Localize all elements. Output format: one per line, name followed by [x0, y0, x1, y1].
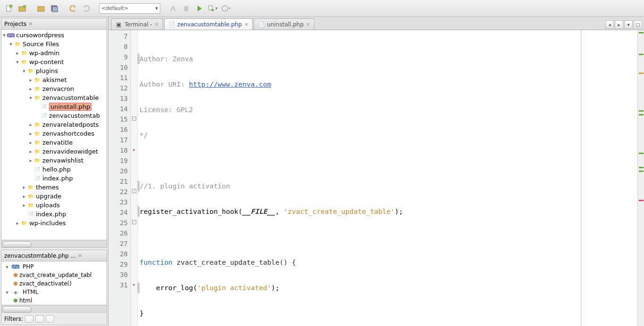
- tree-wp-admin[interactable]: ▸📁wp-admin: [1, 49, 107, 57]
- tree-zenvacustomtable[interactable]: ▾📁zenvacustomtable: [1, 93, 107, 102]
- filter-chip-2[interactable]: [35, 315, 44, 323]
- error-arrow-icon: ▸: [132, 282, 135, 287]
- left-panels: Projects × ▾phpcursowordpress ▾📁Source F…: [0, 17, 108, 326]
- terminal-icon: ▣: [116, 21, 122, 28]
- tree-zenvavideowidget[interactable]: ▸📁zenvavideowidget: [1, 147, 107, 156]
- nav-hscroll[interactable]: [1, 305, 107, 312]
- tree-wp-content[interactable]: ▾📁wp-content: [1, 57, 107, 66]
- filters-bar: Filters:: [1, 312, 107, 325]
- svg-rect-8: [209, 6, 212, 10]
- tree-zenvarelatedposts[interactable]: ▸📁zenvarelatedposts: [1, 120, 107, 129]
- svg-rect-4: [38, 7, 44, 11]
- line-gutter[interactable]: 7891011121314151617181920212223242526272…: [108, 30, 131, 326]
- svg-rect-3: [23, 5, 26, 8]
- tab-uninstall[interactable]: 📄 uninstall.php ×: [254, 18, 314, 30]
- filter-chip-3[interactable]: [46, 315, 54, 323]
- tree-uploads[interactable]: ▸📁uploads: [1, 201, 107, 210]
- tree-zenvatitle[interactable]: ▸📁zenvatitle: [1, 138, 107, 147]
- nav-fn1[interactable]: zvact_create_update_tabl: [1, 271, 107, 279]
- clean-icon[interactable]: [180, 2, 192, 15]
- fold-toggle-icon[interactable]: -: [132, 116, 136, 121]
- tree-wp-includes[interactable]: ▸📁wp-includes: [1, 219, 107, 228]
- filter-chip-1[interactable]: [25, 315, 33, 323]
- tree-uninstall-php[interactable]: 📄uninstall.php: [1, 102, 107, 111]
- main-area: Projects × ▾phpcursowordpress ▾📁Source F…: [0, 17, 644, 326]
- svg-rect-1: [9, 5, 12, 8]
- method-icon: [14, 282, 17, 285]
- nav-html-item[interactable]: html: [1, 296, 107, 305]
- new-project-icon[interactable]: [16, 2, 28, 15]
- new-file-icon[interactable]: [3, 2, 15, 15]
- main-toolbar: <default> ▾ ▾ ▾: [0, 0, 644, 17]
- navigator-tab-label: zenvacustomtable.php ...: [4, 253, 76, 259]
- tree-hello-php[interactable]: 📄hello.php: [1, 165, 107, 174]
- nav-php[interactable]: ▾phpPHP: [1, 262, 107, 271]
- project-tree[interactable]: ▾phpcursowordpress ▾📁Source Files ▸📁wp-a…: [1, 30, 107, 240]
- php-file-icon: 📄: [258, 21, 264, 28]
- tab-maximize-icon[interactable]: ▢: [634, 20, 642, 29]
- tab-next-icon[interactable]: ▸: [615, 20, 623, 29]
- author-uri-link[interactable]: http://www.zenva.com: [189, 81, 272, 88]
- tab-prev-icon[interactable]: ◂: [605, 20, 614, 29]
- editor-side: ▣ Terminal - × 📄 zenvacustomtable.php × …: [108, 17, 644, 326]
- run-icon[interactable]: [193, 2, 206, 15]
- tab-list-icon[interactable]: ▾: [624, 20, 633, 29]
- tab-terminal[interactable]: ▣ Terminal - ×: [111, 18, 163, 30]
- svg-rect-6: [52, 7, 58, 12]
- tree-themes[interactable]: ▸📁themes: [1, 183, 107, 192]
- undo-icon[interactable]: [67, 2, 79, 15]
- svg-rect-7: [184, 6, 188, 11]
- code-area[interactable]: Author: Zenva Author URI: http://www.zen…: [138, 30, 637, 326]
- tree-zenvacustomtab-file[interactable]: 📄zenvacustomtab: [1, 111, 107, 120]
- svg-point-9: [222, 6, 228, 11]
- php-file-icon: 📄: [168, 21, 175, 28]
- tree-hscroll[interactable]: [1, 240, 107, 247]
- tree-root[interactable]: ▾phpcursowordpress: [1, 31, 107, 40]
- config-combo-value: <default>: [101, 5, 128, 11]
- open-icon[interactable]: [35, 2, 47, 15]
- navigator-list[interactable]: ▾phpPHP zvact_create_update_tabl zvact_d…: [1, 261, 107, 305]
- projects-tab-label: Projects: [4, 21, 26, 27]
- tree-upgrade[interactable]: ▸📁upgrade: [1, 192, 107, 201]
- tree-plugins[interactable]: ▾📁plugins: [1, 66, 107, 75]
- tabs-nav-controls: ◂ ▸ ▾ ▢: [605, 20, 644, 30]
- projects-panel: Projects × ▾phpcursowordpress ▾📁Source F…: [1, 18, 107, 248]
- redo-icon[interactable]: [80, 2, 92, 15]
- tree-zenvacron[interactable]: ▸📁zenvacron: [1, 84, 107, 93]
- tree-index-php2[interactable]: 📄index.php: [1, 210, 107, 219]
- save-all-icon[interactable]: [48, 2, 60, 15]
- tree-zenvashortcodes[interactable]: ▸📁zenvashortcodes: [1, 129, 107, 138]
- close-icon[interactable]: ×: [244, 21, 248, 27]
- config-combo[interactable]: <default> ▾: [99, 3, 160, 14]
- navigator-panel: zenvacustomtable.php ... × ▾phpPHP zvact…: [1, 250, 107, 325]
- nav-fn2[interactable]: zvact_deactivate(): [1, 279, 107, 288]
- editor-wrap: 7891011121314151617181920212223242526272…: [108, 30, 644, 326]
- build-icon[interactable]: [167, 2, 179, 15]
- close-icon[interactable]: ×: [78, 253, 82, 259]
- navigator-tab-header[interactable]: zenvacustomtable.php ... ×: [1, 250, 107, 261]
- margin-ruler: [581, 30, 581, 326]
- chevron-down-icon: ▾: [155, 5, 158, 11]
- projects-tab-header[interactable]: Projects ×: [1, 18, 107, 30]
- close-icon[interactable]: ×: [306, 21, 310, 27]
- debug-icon[interactable]: ▾: [206, 2, 219, 15]
- tree-source-files[interactable]: ▾📁Source Files: [1, 40, 107, 49]
- fold-column[interactable]: - ▸ - - ▸: [131, 30, 138, 326]
- element-icon: [14, 299, 17, 302]
- tree-zenvawishlist[interactable]: ▸📁zenvawishlist: [1, 156, 107, 165]
- fold-toggle-icon[interactable]: -: [132, 189, 136, 193]
- error-strip[interactable]: [637, 30, 644, 326]
- method-icon: [14, 273, 17, 277]
- filters-label: Filters:: [4, 316, 23, 322]
- tree-akismet[interactable]: ▸📁akismet: [1, 75, 107, 84]
- error-arrow-icon: ▸: [132, 147, 135, 152]
- fold-toggle-icon[interactable]: -: [132, 220, 136, 224]
- close-icon[interactable]: ×: [155, 21, 159, 27]
- editor-tabs: ▣ Terminal - × 📄 zenvacustomtable.php × …: [108, 17, 644, 30]
- tree-index-php[interactable]: 📄index.php: [1, 174, 107, 183]
- profile-icon[interactable]: ▾: [220, 2, 232, 15]
- nav-html[interactable]: ▾◈HTML: [1, 288, 107, 296]
- close-icon[interactable]: ×: [28, 21, 33, 27]
- tab-active-file[interactable]: 📄 zenvacustomtable.php ×: [164, 18, 253, 30]
